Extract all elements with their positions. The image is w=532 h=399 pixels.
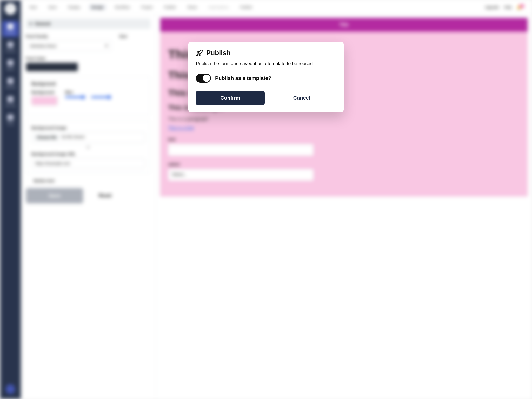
modal-title: Publish — [206, 49, 231, 57]
publish-as-template-toggle[interactable] — [196, 74, 211, 83]
rocket-icon — [196, 49, 203, 57]
modal-message: Publish the form and saved it as a templ… — [196, 61, 336, 67]
toggle-label: Publish as a template? — [215, 75, 271, 81]
confirm-button[interactable]: Confirm — [196, 91, 265, 105]
toggle-knob — [203, 75, 210, 82]
cancel-button[interactable]: Cancel — [267, 91, 336, 105]
modal-overlay[interactable]: Publish Publish the form and saved it as… — [0, 0, 532, 399]
publish-modal: Publish Publish the form and saved it as… — [188, 42, 344, 112]
